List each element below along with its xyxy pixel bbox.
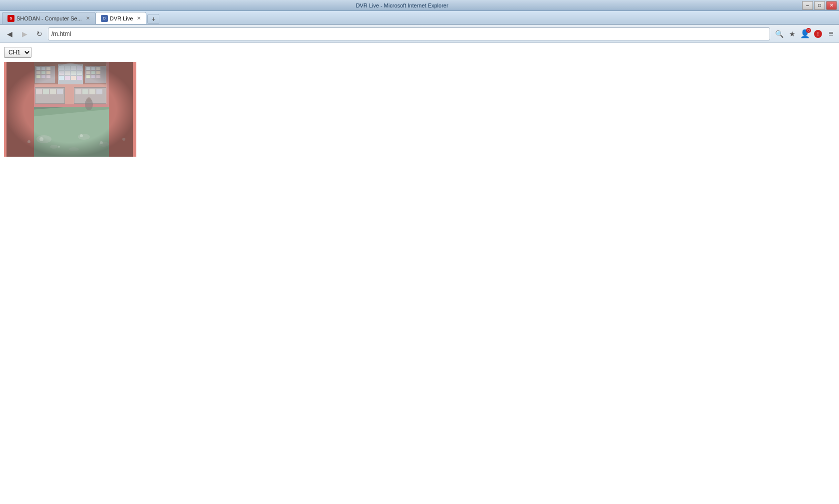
search-icon[interactable]: 🔍	[774, 29, 784, 39]
tab-dvr-close-icon[interactable]: ✕	[137, 15, 141, 21]
browser-window: DVR Live - Microsoft Internet Explorer –…	[0, 0, 839, 504]
maximize-button[interactable]: □	[814, 1, 825, 10]
address-bar[interactable]: /m.html	[48, 27, 770, 40]
channel-dropdown[interactable]: CH1 CH2 CH3 CH4	[4, 47, 31, 58]
forward-button[interactable]: ▶	[18, 27, 31, 40]
settings-red-icon[interactable]: !	[813, 29, 823, 39]
svg-rect-71	[133, 62, 136, 157]
title-bar-controls: – □ ✕	[802, 1, 837, 10]
badge-count: 0	[806, 28, 811, 33]
reload-button[interactable]: ↻	[33, 27, 46, 40]
tab-shodan[interactable]: S SHODAN - Computer Se... ✕	[2, 12, 95, 24]
camera-feed-container	[4, 62, 136, 157]
tab-bar: S SHODAN - Computer Se... ✕ D DVR Live ✕…	[0, 11, 839, 25]
camera-feed-svg	[4, 62, 136, 157]
new-tab-button[interactable]: +	[147, 14, 159, 24]
channel-selector: CH1 CH2 CH3 CH4	[4, 47, 835, 58]
svg-text:!: !	[818, 31, 819, 37]
camera-feed-image	[4, 62, 136, 157]
svg-rect-70	[4, 62, 6, 157]
title-bar: DVR Live - Microsoft Internet Explorer –…	[0, 0, 839, 11]
address-text: /m.html	[51, 30, 767, 37]
nav-bar: ◀ ▶ ↻ /m.html 🔍 ★ 👤 0 ! ≡	[0, 25, 839, 43]
svg-rect-69	[4, 62, 136, 157]
tab-shodan-close-icon[interactable]: ✕	[86, 15, 90, 21]
title-bar-text: DVR Live - Microsoft Internet Explorer	[2, 2, 802, 8]
back-button[interactable]: ◀	[3, 27, 16, 40]
user-account-icon[interactable]: 👤 0	[800, 29, 810, 39]
menu-hamburger-icon[interactable]: ≡	[826, 29, 836, 39]
shodan-favicon-icon: S	[7, 15, 14, 22]
close-button[interactable]: ✕	[826, 1, 837, 10]
minimize-button[interactable]: –	[802, 1, 813, 10]
page-content: CH1 CH2 CH3 CH4	[0, 43, 839, 504]
nav-icons: 🔍 ★ 👤 0 ! ≡	[774, 29, 836, 39]
dvr-favicon-icon: D	[101, 15, 108, 22]
favorites-star-icon[interactable]: ★	[787, 29, 797, 39]
tab-dvr-label: DVR Live	[110, 15, 133, 21]
tab-shodan-label: SHODAN - Computer Se...	[16, 15, 82, 21]
tab-dvr[interactable]: D DVR Live ✕	[95, 12, 146, 24]
